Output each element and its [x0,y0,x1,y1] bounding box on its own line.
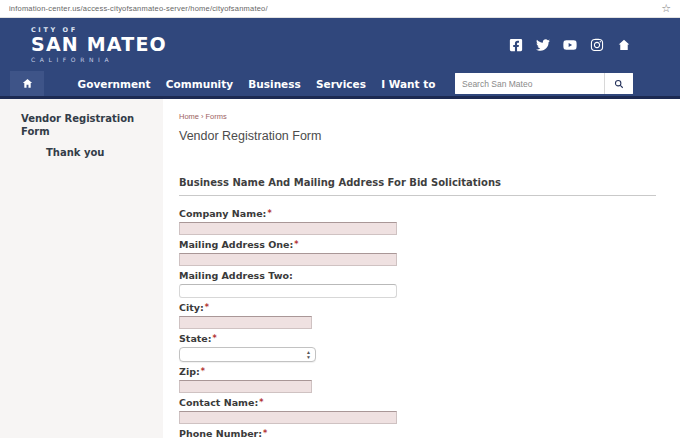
required-asterisk: * [201,367,205,376]
contact-name-input[interactable] [179,411,397,424]
field-phone-number: Phone Number:* [179,428,656,438]
state-select[interactable]: ▲▼ [179,347,316,362]
home-icon [21,77,34,90]
bookmark-star-icon[interactable]: ☆ [661,3,671,14]
search-input[interactable] [455,73,604,94]
browser-address-bar[interactable]: infomation-center.us/access-cityofsanmat… [0,0,680,18]
url-text[interactable]: infomation-center.us/access-cityofsanmat… [9,4,661,13]
nav-items: Government Community Business Services I… [44,71,455,96]
field-label: Phone Number:* [179,428,656,438]
field-label: Zip:* [179,366,656,378]
field-label: City:* [179,302,656,314]
select-stepper-icon: ▲▼ [306,350,311,360]
field-label: Mailing Address One:* [179,239,656,251]
main-nav: Government Community Business Services I… [0,71,680,99]
section-heading: Business Name And Mailing Address For Bi… [179,177,656,196]
required-asterisk: * [205,303,209,312]
sidebar-item-vendor-registration-form[interactable]: Vendor Registration Form [0,112,163,146]
required-asterisk: * [294,240,298,249]
field-company-name: Company Name:* [179,208,656,235]
field-state: State:* ▲▼ [179,333,656,362]
field-mailing-address-two: Mailing Address Two: [179,270,656,298]
facebook-icon[interactable] [509,38,523,52]
breadcrumb-separator: › [201,112,204,121]
nav-item-government[interactable]: Government [78,78,151,90]
page-content: Vendor Registration Form Thank you Home›… [0,99,680,438]
city-input[interactable] [179,316,312,329]
site-search [455,73,633,94]
magnifier-icon [614,79,624,89]
field-contact-name: Contact Name:* [179,397,656,424]
required-asterisk: * [263,429,267,438]
breadcrumb: Home›Forms [179,112,656,121]
field-zip: Zip:* [179,366,656,393]
company-name-input[interactable] [179,222,397,235]
breadcrumb-link-forms[interactable]: Forms [206,112,227,121]
page-title: Vendor Registration Form [179,129,656,143]
field-label: Mailing Address Two: [179,270,656,282]
site-header: CITY OF SAN MATEO CALIFORNIA [0,18,680,71]
nextdoor-icon[interactable] [617,38,631,52]
nav-item-business[interactable]: Business [248,78,300,90]
field-label: Company Name:* [179,208,656,220]
field-mailing-address-one: Mailing Address One:* [179,239,656,266]
twitter-icon[interactable] [536,38,550,52]
breadcrumb-link-home[interactable]: Home [179,112,199,121]
logo-san-mateo: SAN MATEO [31,34,167,55]
nav-home-button[interactable] [10,71,44,96]
left-sidebar: Vendor Registration Form Thank you [0,99,163,438]
zip-input[interactable] [179,380,312,393]
social-icons [509,38,631,52]
sidebar-item-thank-you[interactable]: Thank you [0,146,163,167]
required-asterisk: * [213,334,217,343]
field-city: City:* [179,302,656,329]
nav-item-services[interactable]: Services [316,78,366,90]
required-asterisk: * [259,398,263,407]
instagram-icon[interactable] [590,38,604,52]
nav-item-community[interactable]: Community [166,78,233,90]
nav-item-i-want-to[interactable]: I Want to [381,78,435,90]
field-label: State:* [179,333,656,345]
youtube-icon[interactable] [563,38,577,52]
main-panel: Home›Forms Vendor Registration Form Busi… [163,99,680,438]
logo-california: CALIFORNIA [31,56,167,63]
required-asterisk: * [267,209,271,218]
vendor-registration-form: Company Name:* Mailing Address One:* Mai… [179,208,656,438]
mailing-address-one-input[interactable] [179,253,397,266]
mailing-address-two-input[interactable] [179,284,397,298]
search-button[interactable] [604,73,633,94]
site-logo[interactable]: CITY OF SAN MATEO CALIFORNIA [31,26,167,63]
field-label: Contact Name:* [179,397,656,409]
